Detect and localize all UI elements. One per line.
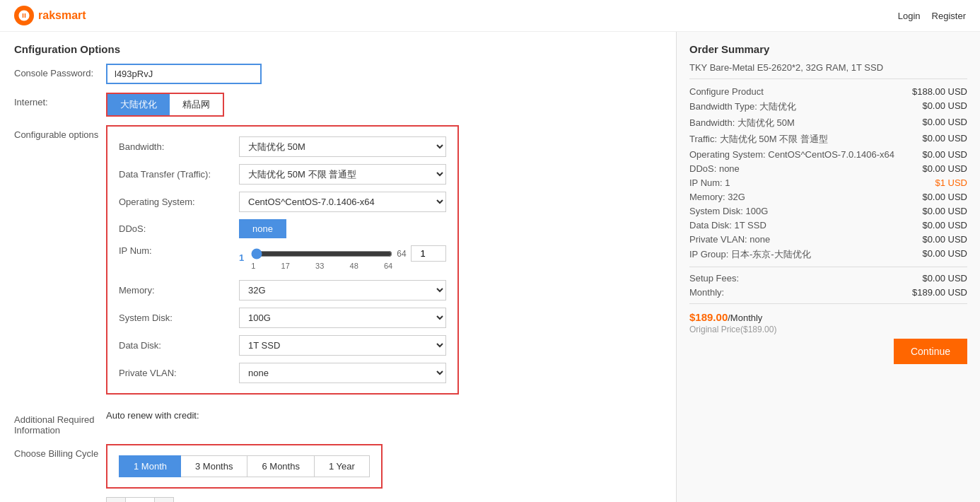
topnav: raksmart Login Register xyxy=(0,0,980,32)
order-price-big: $189.00/Monthly xyxy=(689,311,967,323)
ip-num-control: 1 64 1 17 33 xyxy=(239,245,446,273)
order-price: $189.00 xyxy=(689,311,728,323)
order-row-1: Bandwidth Type: 大陆优化$0.00 USD xyxy=(689,100,967,113)
ddos-row: DDoS: none xyxy=(119,219,446,238)
monthly-label: Monthly: xyxy=(689,287,724,298)
ip-num-slider[interactable] xyxy=(251,248,392,259)
order-row-value-0: $188.00 USD xyxy=(912,86,967,97)
amount-increment-btn[interactable]: + xyxy=(154,497,174,502)
memory-label: Memory: xyxy=(119,285,239,296)
system-disk-label: System Disk: xyxy=(119,313,239,323)
order-row-7: Memory: 32G$0.00 USD xyxy=(689,192,967,202)
additional-control: Auto renew with credit: xyxy=(106,410,199,436)
ddos-none-btn[interactable]: none xyxy=(239,219,286,238)
main-wrap: Cnfiguration Options Console Password: I… xyxy=(0,32,980,502)
order-row-value-4: $0.00 USD xyxy=(922,149,967,160)
system-disk-select[interactable]: 100G xyxy=(239,308,446,328)
auto-renew-row: Auto renew with credit: xyxy=(106,410,199,421)
order-product: TKY Bare-Metal E5-2620*2, 32G RAM, 1T SS… xyxy=(689,62,967,79)
internet-btn-jingpin[interactable]: 精品网 xyxy=(170,94,223,115)
left-panel: Cnfiguration Options Console Password: I… xyxy=(0,32,676,502)
order-row-value-1: $0.00 USD xyxy=(922,100,967,113)
order-row-value-10: $0.00 USD xyxy=(922,234,967,245)
section-title: Cnfiguration Options xyxy=(14,43,662,55)
order-row-2: Bandwidth: 大陆优化 50M$0.00 USD xyxy=(689,117,967,129)
billing-cycle-label: Choose Billing Cycle xyxy=(14,444,106,489)
order-row-value-5: $0.00 USD xyxy=(922,163,967,174)
ip-num-label: IP Num: xyxy=(119,245,239,256)
order-row-label-2: Bandwidth: 大陆优化 50M xyxy=(689,117,795,129)
amount-decrement-btn[interactable]: - xyxy=(106,497,126,502)
billing-cycle-row: Choose Billing Cycle 1 Month 3 Months 6 … xyxy=(14,444,662,489)
os-label: Operating System: xyxy=(119,197,239,207)
ip-range-labels: 1 17 33 48 64 xyxy=(251,262,392,270)
order-row-11: IP Group: 日本-东京-大陆优化$0.00 USD xyxy=(689,248,967,261)
data-transfer-select[interactable]: 大陆优化 50M 不限 普通型 xyxy=(239,164,446,185)
order-original-price: Original Price($189.00) xyxy=(689,325,967,334)
register-link[interactable]: Register xyxy=(932,11,966,21)
os-control: CentOS^CentOS-7.0.1406-x64 xyxy=(239,192,446,212)
console-password-input[interactable] xyxy=(106,64,262,84)
amount-value: 1 xyxy=(126,497,154,502)
order-row-label-3: Traffic: 大陆优化 50M 不限 普通型 xyxy=(689,133,828,146)
ip-num-input[interactable] xyxy=(411,245,446,262)
right-panel: Order Summary TKY Bare-Metal E5-2620*2, … xyxy=(676,32,980,502)
data-disk-control: 1T SSD xyxy=(239,335,446,356)
order-row-9: Data Disk: 1T SSD$0.00 USD xyxy=(689,220,967,230)
system-disk-control: 100G xyxy=(239,308,446,328)
ip-num-row: IP Num: 1 64 1 xyxy=(119,245,446,273)
continue-btn[interactable]: Continue xyxy=(894,339,967,364)
private-vlan-row: Private VLAN: none xyxy=(119,363,446,383)
data-disk-select[interactable]: 1T SSD xyxy=(239,335,446,356)
setup-fees-value: $0.00 USD xyxy=(922,273,967,284)
order-row-label-7: Memory: 32G xyxy=(689,192,745,202)
amount-row: Amount - 1 + xyxy=(14,497,662,502)
setup-fees-row: Setup Fees: $0.00 USD xyxy=(689,273,967,284)
configurable-options-label: Configurable options xyxy=(14,125,106,402)
order-row-value-9: $0.00 USD xyxy=(922,220,967,230)
order-row-label-4: Operating System: CentOS^CentOS-7.0.1406… xyxy=(689,149,894,160)
billing-cycle-control: 1 Month 3 Months 6 Months 1 Year xyxy=(106,444,383,489)
logo-icon xyxy=(14,6,34,25)
bandwidth-row: Bandwidth: 大陆优化 50M xyxy=(119,136,446,157)
order-summary-title: Order Summary xyxy=(689,43,967,55)
order-row-3: Traffic: 大陆优化 50M 不限 普通型$0.00 USD xyxy=(689,133,967,146)
private-vlan-select[interactable]: none xyxy=(239,363,446,383)
login-link[interactable]: Login xyxy=(898,11,921,21)
billing-btn-3m[interactable]: 3 Months xyxy=(181,455,247,477)
order-period: /Monthly xyxy=(728,313,762,323)
order-row-10: Private VLAN: none$0.00 USD xyxy=(689,234,967,245)
data-transfer-label: Data Transfer (Traffic): xyxy=(119,169,239,180)
order-row-label-10: Private VLAN: none xyxy=(689,234,770,245)
order-row-8: System Disk: 100G$0.00 USD xyxy=(689,206,967,216)
order-row-4: Operating System: CentOS^CentOS-7.0.1406… xyxy=(689,149,967,160)
internet-buttons: 大陆优化 精品网 xyxy=(106,93,224,117)
ddos-label: DDoS: xyxy=(119,223,239,234)
billing-btn-6m[interactable]: 6 Months xyxy=(247,455,313,477)
os-select[interactable]: CentOS^CentOS-7.0.1406-x64 xyxy=(239,192,446,212)
order-row-label-8: System Disk: 100G xyxy=(689,206,768,216)
internet-btn-dalu[interactable]: 大陆优化 xyxy=(107,94,170,115)
internet-row: Internet: 大陆优化 精品网 xyxy=(14,93,662,117)
additional-label: Additional Required Information xyxy=(14,410,106,436)
console-password-label: Console Password: xyxy=(14,64,106,84)
bandwidth-label: Bandwidth: xyxy=(119,141,239,152)
billing-btn-1m[interactable]: 1 Month xyxy=(119,455,181,477)
internet-control: 大陆优化 精品网 xyxy=(106,93,224,117)
private-vlan-label: Private VLAN: xyxy=(119,368,239,378)
memory-select[interactable]: 32G xyxy=(239,280,446,300)
order-row-value-3: $0.00 USD xyxy=(922,133,967,146)
order-row-label-5: DDoS: none xyxy=(689,163,740,174)
data-disk-row: Data Disk: 1T SSD xyxy=(119,335,446,356)
order-row-label-0: Configure Product xyxy=(689,86,764,97)
billing-btn-1y[interactable]: 1 Year xyxy=(314,455,370,477)
ddos-control: none xyxy=(239,219,446,238)
bandwidth-select[interactable]: 大陆优化 50M xyxy=(239,136,446,157)
configurable-options-row: Configurable options Bandwidth: 大陆优化 50M… xyxy=(14,125,662,402)
auto-renew-label: Auto renew with credit: xyxy=(106,410,199,421)
ip-current-val: 1 xyxy=(239,252,244,263)
bandwidth-control: 大陆优化 50M xyxy=(239,136,446,157)
memory-row: Memory: 32G xyxy=(119,280,446,300)
console-password-control xyxy=(106,64,262,84)
data-disk-label: Data Disk: xyxy=(119,340,239,351)
